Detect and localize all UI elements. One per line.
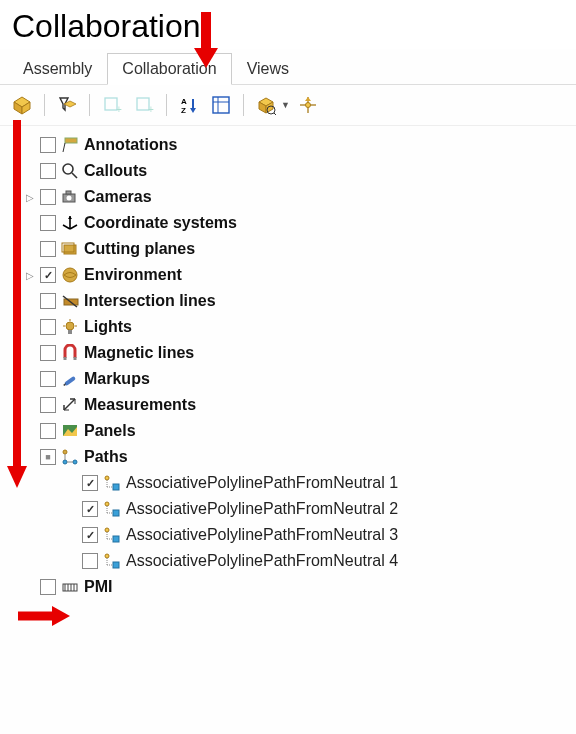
tree-item-path2[interactable]: AssociativePolylinePathFromNeutral 2 xyxy=(24,496,572,522)
tree-item-label: Intersection lines xyxy=(84,292,216,310)
svg-point-76 xyxy=(105,554,109,558)
sort-az-button[interactable]: AZ xyxy=(175,91,203,119)
path-child-icon xyxy=(102,499,122,519)
path-child-icon xyxy=(102,551,122,571)
checkbox[interactable] xyxy=(40,345,56,361)
annotation-arrow-right-icon xyxy=(18,604,70,631)
svg-point-32 xyxy=(63,164,73,174)
tree-item-paths[interactable]: Paths xyxy=(24,444,572,470)
svg-marker-5 xyxy=(52,606,70,626)
svg-marker-17 xyxy=(190,108,196,113)
tree-item-coord[interactable]: Coordinate systems xyxy=(24,210,572,236)
magnetic-icon xyxy=(60,343,80,363)
tab-assembly[interactable]: Assembly xyxy=(8,53,107,85)
tree-view: AnnotationsCallouts▷CamerasCoordinate sy… xyxy=(0,126,576,606)
callouts-icon xyxy=(60,161,80,181)
tree-item-label: Paths xyxy=(84,448,128,466)
tab-bar: Assembly Collaboration Views xyxy=(0,49,576,85)
tree-item-label: Lights xyxy=(84,318,132,336)
pmi-icon xyxy=(60,577,80,597)
svg-point-36 xyxy=(67,196,72,201)
checkbox[interactable] xyxy=(82,527,98,543)
chevron-down-icon: ▼ xyxy=(281,100,290,110)
tree-item-label: Markups xyxy=(84,370,150,388)
tree-item-panels[interactable]: Panels xyxy=(24,418,572,444)
path-child-icon xyxy=(102,525,122,545)
svg-point-60 xyxy=(63,460,67,464)
tree-item-label: Cameras xyxy=(84,188,152,206)
page-title: Collaboration xyxy=(0,0,576,49)
package-dropdown[interactable]: ▼ xyxy=(252,91,290,119)
tree-item-env[interactable]: ▷Environment xyxy=(24,262,572,288)
tree-item-callouts[interactable]: Callouts xyxy=(24,158,572,184)
svg-rect-35 xyxy=(66,191,71,194)
tree-item-measurements[interactable]: Measurements xyxy=(24,392,572,418)
svg-rect-51 xyxy=(68,330,72,334)
panels-icon xyxy=(60,421,80,441)
checkbox[interactable] xyxy=(82,553,98,569)
svg-text:A: A xyxy=(181,97,187,106)
svg-point-29 xyxy=(305,103,310,108)
svg-rect-73 xyxy=(113,536,119,542)
svg-marker-40 xyxy=(68,216,72,219)
svg-rect-18 xyxy=(213,97,229,113)
tree-item-markups[interactable]: Markups xyxy=(24,366,572,392)
svg-rect-52 xyxy=(64,357,67,360)
checkbox[interactable] xyxy=(82,475,98,491)
tree-item-path1[interactable]: AssociativePolylinePathFromNeutral 1 xyxy=(24,470,572,496)
tree-item-path3[interactable]: AssociativePolylinePathFromNeutral 3 xyxy=(24,522,572,548)
toolbar-separator xyxy=(166,94,167,116)
checkbox[interactable] xyxy=(40,241,56,257)
tree-item-label: Magnetic lines xyxy=(84,344,194,362)
checkbox[interactable] xyxy=(82,501,98,517)
tree-item-pmi[interactable]: PMI xyxy=(24,574,572,600)
compass-button[interactable] xyxy=(294,91,322,119)
tree-item-lights[interactable]: Lights xyxy=(24,314,572,340)
cameras-icon xyxy=(60,187,80,207)
checkbox[interactable] xyxy=(40,293,56,309)
checkbox[interactable] xyxy=(40,267,56,283)
tree-item-label: AssociativePolylinePathFromNeutral 2 xyxy=(126,500,398,518)
tree-item-path4[interactable]: AssociativePolylinePathFromNeutral 4 xyxy=(24,548,572,574)
grid-button[interactable] xyxy=(207,91,235,119)
checkbox[interactable] xyxy=(40,449,56,465)
toolbar: + + AZ ▼ xyxy=(0,85,576,126)
tab-views[interactable]: Views xyxy=(232,53,304,85)
add-cube-button: + xyxy=(98,91,126,119)
svg-line-39 xyxy=(70,225,77,229)
checkbox[interactable] xyxy=(40,137,56,153)
checkbox[interactable] xyxy=(40,579,56,595)
checkbox[interactable] xyxy=(40,371,56,387)
tree-item-intersect[interactable]: Intersection lines xyxy=(24,288,572,314)
svg-point-43 xyxy=(63,268,77,282)
svg-rect-53 xyxy=(74,357,77,360)
tree-item-cameras[interactable]: ▷Cameras xyxy=(24,184,572,210)
tree-item-label: AssociativePolylinePathFromNeutral 4 xyxy=(126,552,398,570)
checkbox[interactable] xyxy=(40,215,56,231)
component-button[interactable] xyxy=(8,91,36,119)
svg-text:+: + xyxy=(148,104,154,115)
tree-item-annotations[interactable]: Annotations xyxy=(24,132,572,158)
add-cube2-button: + xyxy=(130,91,158,119)
svg-point-61 xyxy=(73,460,77,464)
checkbox[interactable] xyxy=(40,189,56,205)
checkbox[interactable] xyxy=(40,163,56,179)
annotations-icon xyxy=(60,135,80,155)
svg-rect-65 xyxy=(113,484,119,490)
tree-item-magnetic[interactable]: Magnetic lines xyxy=(24,340,572,366)
svg-text:+: + xyxy=(116,104,122,115)
tree-item-label: Coordinate systems xyxy=(84,214,237,232)
svg-marker-1 xyxy=(194,48,218,68)
checkbox[interactable] xyxy=(40,319,56,335)
svg-text:Z: Z xyxy=(181,106,186,115)
checkbox[interactable] xyxy=(40,423,56,439)
toolbar-separator xyxy=(243,94,244,116)
toolbar-separator xyxy=(44,94,45,116)
checkbox[interactable] xyxy=(40,397,56,413)
svg-rect-69 xyxy=(113,510,119,516)
tree-item-cutting[interactable]: Cutting planes xyxy=(24,236,572,262)
svg-point-64 xyxy=(105,476,109,480)
svg-line-25 xyxy=(274,113,276,115)
tree-item-label: Annotations xyxy=(84,136,177,154)
filter-button[interactable] xyxy=(53,91,81,119)
